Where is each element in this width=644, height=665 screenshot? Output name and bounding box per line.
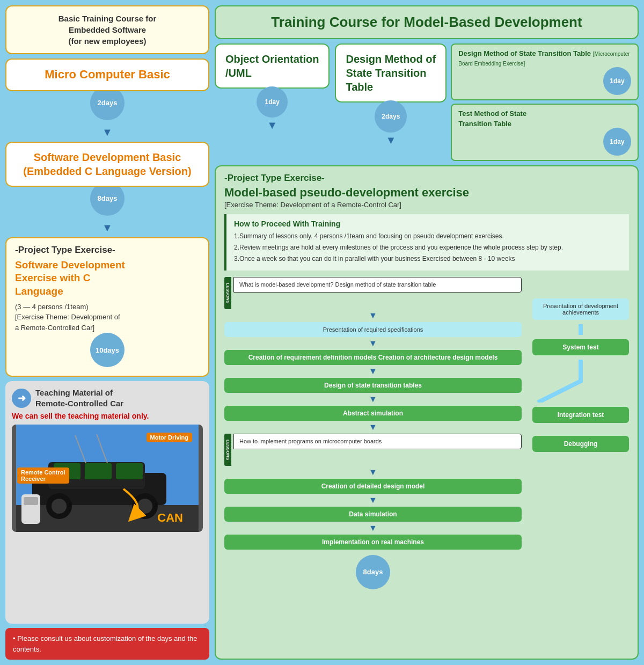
flow-arrow-8: ▼ <box>369 524 377 532</box>
project-exercise-left: -Project Type Exercise- Software Develop… <box>5 237 209 377</box>
flow-left: LESSONS What is model-based development?… <box>224 277 522 589</box>
teaching-title: Teaching Material ofRemote-Controlled Ca… <box>35 388 123 408</box>
arrow-right-icon: ➜ <box>12 389 31 408</box>
car-image-area: Motor Driving Remote ControlReceiver CAN <box>12 425 203 532</box>
oo-label: Object Orientation/UML <box>225 52 319 80</box>
flow-arrow-3: ▼ <box>369 367 377 376</box>
training-course-title: Training Course for Model-Based Developm… <box>226 14 627 31</box>
svg-rect-5 <box>85 463 112 479</box>
how-to-item-2: 2.Review meetings are hold at every mile… <box>234 243 621 252</box>
model-title: Model-based pseudo-development exercise <box>224 186 629 200</box>
test-method-title: Test Method of StateTransition Table <box>458 109 631 128</box>
how-to-proceed-box: How to Proceed With Training 1.Summary o… <box>224 214 629 271</box>
lesson1-badge: LESSONS <box>224 277 231 309</box>
svg-rect-6 <box>116 463 143 479</box>
object-orientation-box: Object Orientation/UML <box>215 43 330 89</box>
project-exercise-sub: Software DevelopmentExercise with CLangu… <box>15 259 200 298</box>
svg-point-10 <box>137 499 152 514</box>
right-side-boxes: Design Method of State Transition Table … <box>451 43 639 161</box>
implementation-box: Implementation on real machines <box>224 535 522 550</box>
project-details: (3 — 4 persons /1team) [Exercise Theme: … <box>15 302 200 333</box>
micro-computer-box: Micro Computer Basic <box>5 59 209 91</box>
svg-rect-14 <box>24 497 38 505</box>
flow-arrow-5: ▼ <box>369 423 377 432</box>
how-to-item-3: 3.Once a week so that you can do it in p… <box>234 254 621 264</box>
design-sub-days: 1day <box>603 67 631 95</box>
notice-text: Please consult us about customization of… <box>13 634 197 653</box>
lesson1-row: LESSONS What is model-based development?… <box>224 277 522 309</box>
notice-bullet: • <box>13 634 17 642</box>
arrow-down-1: ▼ <box>5 127 209 137</box>
project-title-right: -Project Type Exercise- <box>224 173 629 184</box>
left-column: Basic Training Course forEmbedded Softwa… <box>5 5 209 660</box>
project-days-badge: 10days <box>90 333 125 367</box>
project-exercise-right: -Project Type Exercise- Model-based pseu… <box>215 165 639 660</box>
micro-computer-label: Micro Computer Basic <box>15 67 200 83</box>
abstract-sim-box: Abstract simulation <box>224 406 522 421</box>
design-state-label: Design Method ofState TransitionTable <box>346 52 436 94</box>
bottom-notice: • Please consult us about customization … <box>5 628 209 660</box>
design-arrow: ▼ <box>385 135 396 145</box>
right-column: Training Course for Model-Based Developm… <box>215 5 639 660</box>
flow-arrow-2: ▼ <box>369 339 377 348</box>
integration-test-box: Integration test <box>532 407 629 423</box>
flow-arrow-4: ▼ <box>369 395 377 404</box>
teaching-material-box: ➜ Teaching Material ofRemote-Controlled … <box>5 381 209 624</box>
design-days-badge: 2days <box>375 100 407 133</box>
presentation-req-box: Presentation of required specifications <box>224 322 522 337</box>
design-state-main: Design Method ofState TransitionTable 2d… <box>335 43 447 145</box>
arrow-down-2: ▼ <box>5 222 209 233</box>
design-method-sub-title: Design Method of State Transition Table … <box>458 49 631 68</box>
diagonal-spacer <box>532 324 629 335</box>
basic-training-title: Basic Training Course forEmbedded Softwa… <box>15 13 200 47</box>
creation-detailed-box: Creation of detailed design model <box>224 479 522 494</box>
flow-arrow-6: ▼ <box>369 468 377 477</box>
svg-point-8 <box>52 499 67 514</box>
flow-arrow-1: ▼ <box>369 311 377 320</box>
can-sell-text: We can sell the teaching material only. <box>12 412 203 420</box>
basic-training-box: Basic Training Course forEmbedded Softwa… <box>5 5 209 54</box>
oo-arrow: ▼ <box>267 120 277 130</box>
design-state-flow-box: Design of state transition tables <box>224 378 522 393</box>
exercise-theme: [Exercise Theme: Development of a Remote… <box>224 201 629 209</box>
software-dev-label: Software Development Basic (Embedded C L… <box>15 150 200 178</box>
oo-days-badge: 1day <box>257 86 288 118</box>
lesson2-row: LESSONS How to implement programs on mic… <box>224 434 522 466</box>
can-label: CAN <box>153 509 187 527</box>
presentation-dev-box: Presentation of development achievements <box>532 298 629 320</box>
diagonal-line-container <box>532 360 629 403</box>
debugging-box: Debugging <box>532 436 629 452</box>
data-sim-box: Data simulation <box>224 507 522 522</box>
top-sections-row: Object Orientation/UML 1day ▼ Design Met… <box>215 43 639 161</box>
remote-control-label: Remote ControlReceiver <box>17 467 69 484</box>
software-dev-box: Software Development Basic (Embedded C L… <box>5 142 209 187</box>
how-to-item-1: 1.Summary of lessons only. 4 persons /1t… <box>234 231 621 241</box>
design-state-column: Design Method ofState TransitionTable 2d… <box>335 43 639 161</box>
flow-container: LESSONS What is model-based development?… <box>224 277 629 589</box>
lesson2-badge: LESSONS <box>224 434 231 466</box>
project-exercise-title: -Project Type Exercise- <box>15 245 200 255</box>
creation-req-box: Creation of requirement definition model… <box>224 350 522 365</box>
lesson2-content: How to implement programs on microcomput… <box>233 434 522 449</box>
flow-days-badge: 8days <box>356 555 390 589</box>
flow-arrow-7: ▼ <box>369 496 377 505</box>
test-method-sub-box: Test Method of StateTransition Table 1da… <box>451 104 639 160</box>
training-course-header: Training Course for Model-Based Developm… <box>215 5 639 39</box>
motor-driving-label: Motor Driving <box>147 433 193 442</box>
oo-column: Object Orientation/UML 1day ▼ <box>215 43 330 130</box>
system-test-box: System test <box>532 339 629 355</box>
design-state-box: Design Method ofState TransitionTable <box>335 43 447 103</box>
test-method-days: 1day <box>603 128 631 156</box>
flow-right: Presentation of development achievements… <box>532 277 629 589</box>
lesson1-content: What is model-based development? Design … <box>233 277 522 293</box>
design-method-sub-box: Design Method of State Transition Table … <box>451 43 639 100</box>
how-to-title: How to Proceed With Training <box>234 220 621 228</box>
